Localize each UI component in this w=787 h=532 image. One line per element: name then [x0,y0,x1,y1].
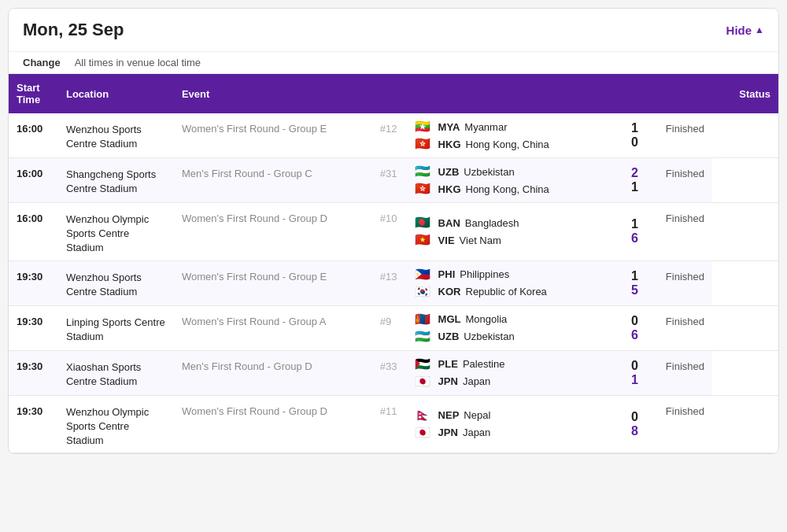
table-row: 19:30 Xiaoshan Sports Centre Stadium Men… [9,350,778,395]
table-row: 19:30 Wenzhou Olympic Sports Centre Stad… [9,395,778,453]
score-team1: 0 [630,314,638,328]
table-header-row: Start Time Location Event Status [9,74,778,113]
flag-team1: 🇲🇲 [415,120,434,133]
cell-location: Xiaoshan Sports Centre Stadium [58,350,174,395]
header-event: Event [174,74,407,113]
hide-button[interactable]: Hide ▲ [726,24,764,37]
team1-code: NEP [438,409,460,421]
cell-status: Finished [646,203,712,261]
cell-status: Finished [646,158,712,203]
team2-code: HKG [438,139,461,150]
cell-teams: 🇳🇵 NEP Nepal 🇯🇵 JPN Japan [407,395,622,453]
team2-code: JPN [438,375,458,387]
team2-row: 🇻🇳 VIE Viet Nam [415,231,614,249]
cell-scores: 1 0 [622,113,646,158]
cell-event: Women's First Round - Group D [174,203,372,261]
table-row: 19:30 Wenzhou Sports Centre Stadium Wome… [9,260,778,305]
hide-label: Hide [726,24,752,37]
team1-name: Philippines [460,268,509,280]
cell-location: Wenzhou Sports Centre Stadium [58,260,174,305]
cell-scores: 2 1 [622,158,646,203]
cell-status: Finished [646,395,712,453]
header-status: Status [712,74,778,113]
timezone-bar: Change All times in venue local time [9,52,778,74]
cell-event: Women's First Round - Group E [174,260,372,305]
cell-start-time: 19:30 [9,350,58,395]
cell-event: Men's First Round - Group D [174,350,372,395]
cell-scores: 0 8 [622,395,646,453]
flag-team2: 🇯🇵 [415,427,434,439]
date-header: Mon, 25 Sep Hide ▲ [9,9,778,52]
cell-start-time: 19:30 [9,395,58,453]
schedule-table: Start Time Location Event Status 16:00 W… [9,74,778,453]
flag-team1: 🇵🇸 [415,358,434,371]
cell-start-time: 16:00 [9,203,58,261]
team2-code: KOR [438,286,461,297]
team2-name: Japan [463,375,490,387]
cell-start-time: 19:30 [9,305,58,350]
score-team1: 1 [630,269,638,283]
cell-status: Finished [646,260,712,305]
team1-row: 🇳🇵 NEP Nepal [415,407,614,424]
team2-name: Republic of Korea [466,286,547,297]
cell-start-time: 16:00 [9,113,58,158]
score-team1: 0 [630,410,638,424]
table-row: 19:30 Linping Sports Centre Stadium Wome… [9,305,778,350]
table-row: 16:00 Wenzhou Olympic Sports Centre Stad… [9,203,778,261]
hide-arrow: ▲ [755,24,764,35]
cell-start-time: 19:30 [9,260,58,305]
cell-location: Linping Sports Centre Stadium [58,305,174,350]
score-team2: 1 [630,373,638,387]
team1-row: 🇲🇲 MYA Myanmar [415,118,614,135]
flag-team1: 🇧🇩 [415,216,434,229]
change-link[interactable]: Change [23,57,61,68]
cell-start-time: 16:00 [9,158,58,203]
team2-name: Viet Nam [460,235,501,246]
cell-location: Wenzhou Sports Centre Stadium [58,113,174,158]
team1-code: MYA [438,121,460,133]
score-team1: 1 [630,217,638,231]
cell-teams: 🇵🇭 PHI Philippines 🇰🇷 KOR Republic of Ko… [407,260,622,305]
cell-scores: 1 6 [622,203,646,261]
team1-code: BAN [438,217,460,229]
score-team1: 0 [630,359,638,373]
flag-team2: 🇭🇰 [415,183,434,195]
cell-match-num: #13 [372,260,407,305]
cell-scores: 0 6 [622,305,646,350]
timezone-text: All times in venue local time [75,57,201,68]
team1-row: 🇧🇩 BAN Bangladesh [415,214,614,231]
team2-code: JPN [438,427,458,438]
team2-name: Hong Kong, China [466,183,549,195]
cell-event: Women's First Round - Group E [174,113,372,158]
header-start-time: Start Time [9,74,58,113]
flag-team2: 🇰🇷 [415,286,434,298]
cell-event: Women's First Round - Group D [174,395,372,453]
flag-team2: 🇻🇳 [415,234,434,246]
cell-status: Finished [646,350,712,395]
cell-status: Finished [646,113,712,158]
cell-teams: 🇺🇿 UZB Uzbekistan 🇭🇰 HKG Hong Kong, Chin… [407,158,622,203]
team1-code: UZB [438,166,460,178]
team1-name: Bangladesh [465,217,519,229]
flag-team1: 🇺🇿 [415,165,434,178]
team1-row: 🇵🇭 PHI Philippines [415,266,614,283]
flag-team2: 🇯🇵 [415,375,434,388]
cell-event: Men's First Round - Group C [174,158,372,203]
team2-row: 🇭🇰 HKG Hong Kong, China [415,180,614,198]
cell-teams: 🇧🇩 BAN Bangladesh 🇻🇳 VIE Viet Nam [407,203,622,261]
team1-code: MGL [438,313,461,325]
team1-name: Mongolia [466,313,508,325]
team1-row: 🇲🇳 MGL Mongolia [415,311,614,328]
flag-team2: 🇭🇰 [415,138,434,150]
team1-name: Nepal [464,409,490,421]
team2-row: 🇯🇵 JPN Japan [415,373,614,390]
cell-location: Shangcheng Sports Centre Stadium [58,158,174,203]
team2-name: Japan [463,427,490,438]
team2-code: VIE [438,235,455,246]
header-location: Location [58,74,174,113]
team1-code: PHI [438,268,456,280]
score-team2: 0 [630,135,638,150]
team1-row: 🇺🇿 UZB Uzbekistan [415,163,614,180]
cell-match-num: #33 [372,350,407,395]
cell-match-num: #9 [372,305,407,350]
